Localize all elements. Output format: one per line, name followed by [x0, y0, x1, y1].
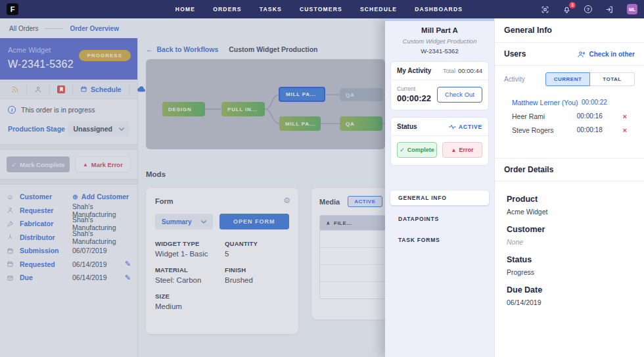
form-field-material: MATERIAL Steel: Carbon: [155, 266, 219, 284]
calendar-icon: [80, 85, 87, 93]
mark-complete-button[interactable]: ✓ Mark Complete: [7, 156, 70, 172]
task-workflow-name: Custom Widget Production: [390, 37, 489, 45]
chevron-down-icon: [201, 220, 206, 224]
scan-icon[interactable]: [541, 5, 549, 14]
task-detail-panel: Mill Part A Custom Widget Production W-2…: [385, 18, 494, 357]
task-complete-button[interactable]: ✓ Complete: [397, 142, 437, 158]
tab-task-forms[interactable]: TASK FORMS: [390, 233, 489, 247]
users-section-header: Users Check in other: [495, 43, 644, 66]
mods-section-title: Mods: [146, 170, 385, 178]
activity-label: Activity: [504, 76, 525, 83]
media-table-row: [320, 247, 385, 264]
production-stage-dropdown[interactable]: Unassigned: [68, 122, 129, 136]
checked-in-users-list: Matthew Lerner (You) 00:00:22 Heer Rami …: [495, 91, 644, 137]
total-label: Total: [443, 68, 455, 74]
nav-item-home[interactable]: HOME: [175, 6, 195, 12]
nav-item-schedule[interactable]: SCHEDULE: [360, 6, 397, 12]
help-icon[interactable]: ?: [584, 5, 592, 13]
gear-icon[interactable]: ⚙: [283, 196, 290, 205]
task-error-button[interactable]: ▲ Error: [442, 142, 482, 158]
activity-feed-icon[interactable]: [4, 84, 27, 95]
order-toolbar: Schedule: [0, 80, 137, 99]
general-info-title: General Info: [495, 18, 644, 43]
add-customer-button[interactable]: ⊕ Add Customer: [72, 193, 129, 201]
nav-item-customers[interactable]: CUSTOMERS: [300, 6, 342, 12]
notifications-bell-icon[interactable]: 3: [563, 5, 571, 14]
order-detail-due-date: Due Date 06/14/2019: [507, 285, 632, 306]
status-title: Status: [397, 123, 417, 130]
edit-pencil-icon[interactable]: ✎: [125, 274, 131, 282]
workflow-node-qa-2[interactable]: QA: [340, 116, 382, 131]
workflow-node-pull-in[interactable]: PULL IN...: [221, 102, 265, 116]
order-sidebar: Acme Widget W-2341-5362 PROGRESS: [0, 38, 138, 357]
activity-toggle-row: Activity CURRENT TOTAL: [495, 66, 644, 91]
task-title: Mill Part A: [390, 26, 489, 34]
calendar-check-icon: [7, 274, 20, 281]
nav-utilities: 3 ? ML: [541, 4, 637, 14]
edit-pencil-icon[interactable]: ✎: [125, 260, 131, 268]
production-stage-label[interactable]: Production Stage: [8, 125, 65, 133]
media-table-row: [320, 230, 385, 247]
detail-row-fabricator: Fabricator Shah's Manufacturing: [7, 217, 131, 231]
tab-general-info[interactable]: GENERAL INFO: [390, 191, 489, 205]
toggle-current-button[interactable]: CURRENT: [545, 72, 590, 86]
production-stage-row: Production Stage Unassigned: [0, 119, 137, 144]
form-view-dropdown[interactable]: Summary: [155, 214, 213, 229]
remove-user-icon[interactable]: ×: [623, 112, 627, 120]
check-in-other-button[interactable]: Check in other: [577, 51, 635, 58]
task-order-number: W-2341-5362: [390, 47, 489, 55]
status-active-indicator: ACTIVE: [449, 124, 482, 130]
media-table: ∧ FILE... ∧ E...: [319, 215, 385, 299]
wrench-icon: [7, 220, 20, 227]
workflow-title: Custom Widget Production: [229, 45, 317, 53]
my-activity-card: My Activity Total00:00:44 Current 00:00:…: [390, 61, 489, 110]
assign-user-icon[interactable]: [27, 84, 50, 95]
media-table-row: [320, 281, 385, 298]
order-progress-note: i This order is in progress: [0, 99, 137, 119]
label-tag-icon[interactable]: [50, 84, 73, 95]
general-info-panel: General Info Users Check in other Activi…: [494, 18, 644, 357]
order-details-section: Order Details Product Acme Widget Custom…: [495, 158, 644, 310]
app-logo[interactable]: F: [7, 3, 18, 15]
warning-icon: ▲: [451, 147, 457, 153]
back-arrow-icon: ←: [146, 45, 153, 53]
media-card-title: Media: [319, 198, 340, 206]
customer-smiley-icon: ☺: [7, 193, 20, 201]
user-row-matthew: Matthew Lerner (You) 00:00:22: [495, 95, 644, 109]
person-icon: [7, 206, 20, 214]
breadcrumb: All Orders Order Overview: [0, 18, 385, 38]
workflow-node-mill-part-2[interactable]: MILL PA...: [279, 116, 321, 131]
form-field-finish: FINISH Brushed: [225, 266, 289, 284]
detail-row-requester: Requester Shah's Manufacturing: [7, 204, 131, 218]
nav-item-orders[interactable]: ORDERS: [213, 6, 242, 12]
workflow-node-qa-pending[interactable]: QA: [340, 88, 383, 101]
breadcrumb-parent[interactable]: All Orders: [9, 25, 38, 32]
status-card: Status ACTIVE ✓ Complete ▲ Error: [390, 117, 489, 166]
workflow-node-design[interactable]: DESIGN: [162, 102, 205, 116]
mark-error-button[interactable]: ▲ Mark Error: [75, 156, 131, 172]
nav-item-tasks[interactable]: TASKS: [260, 6, 282, 12]
media-active-filter-button[interactable]: ACTIVE: [348, 196, 382, 207]
media-table-row: [320, 264, 385, 281]
distribution-branch-icon: [7, 233, 20, 241]
open-form-button[interactable]: OPEN FORM: [219, 214, 289, 229]
workflow-node-mill-part-selected[interactable]: MILL PA...: [279, 87, 325, 102]
user-avatar[interactable]: ML: [627, 4, 637, 14]
back-to-workflows-link[interactable]: ← Back to Workflows: [146, 45, 218, 53]
check-out-button[interactable]: Check Out: [437, 87, 482, 103]
remove-user-icon[interactable]: ×: [623, 126, 627, 134]
tab-datapoints[interactable]: DATAPOINTS: [390, 212, 489, 226]
notification-count-badge: 3: [569, 2, 576, 9]
toggle-total-button[interactable]: TOTAL: [590, 72, 635, 86]
workflow-canvas[interactable]: DESIGN PULL IN... MILL PA... QA MILL PA.…: [146, 59, 385, 149]
order-details-title: Order Details: [504, 165, 553, 174]
schedule-button[interactable]: Schedule: [73, 84, 129, 95]
detail-row-requested: Requested 06/14/2019 ✎: [7, 258, 131, 272]
sign-out-icon[interactable]: [605, 5, 614, 14]
media-column-filename[interactable]: ∧ FILE...: [320, 220, 385, 226]
order-summary-card: Acme Widget W-2341-5362 PROGRESS: [0, 38, 137, 80]
nav-item-dashboards[interactable]: DASHBOARDS: [415, 6, 463, 12]
warning-icon: ▲: [83, 162, 88, 168]
form-field-quantity: QUANTITY 5: [225, 240, 289, 258]
form-field-widget-type: WIDGET TYPE Widget 1- Basic: [155, 240, 219, 258]
